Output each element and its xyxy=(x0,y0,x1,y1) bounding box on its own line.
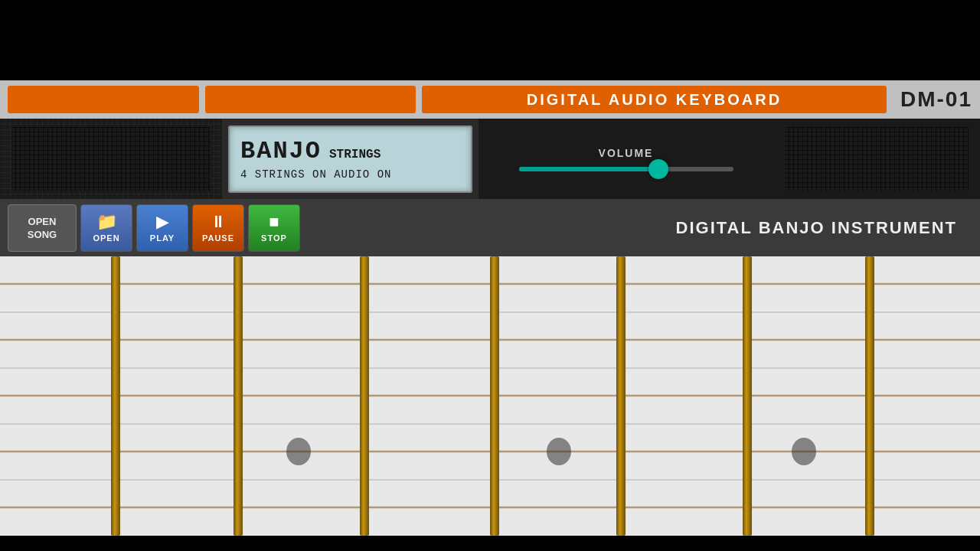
stop-button[interactable]: ■ STOP xyxy=(248,204,300,252)
play-icon: ▶ xyxy=(156,214,169,230)
volume-section: VOLUME xyxy=(479,119,773,199)
stop-label: STOP xyxy=(261,233,287,243)
volume-slider-fill xyxy=(519,167,658,171)
open-song-button[interactable]: OPEN SONG xyxy=(8,204,77,252)
open-button[interactable]: 📁 OPEN xyxy=(80,204,132,252)
open-song-label-line2: SONG xyxy=(28,229,57,240)
svg-rect-9 xyxy=(111,256,120,536)
header-title: DIGITAL AUDIO KEYBOARD xyxy=(527,91,782,109)
lcd-line1: BANJO STRINGS xyxy=(240,137,460,165)
speaker-grille-left xyxy=(11,126,211,191)
play-button[interactable]: ▶ PLAY xyxy=(136,204,188,252)
pause-label: PAUSE xyxy=(202,233,234,243)
volume-label: VOLUME xyxy=(599,147,654,159)
top-black-bar xyxy=(0,0,980,80)
controls-bar: OPEN SONG 📁 OPEN ▶ PLAY ⏸ PAUSE ■ STOP D… xyxy=(0,199,980,256)
fretboard-wrapper xyxy=(0,256,980,536)
svg-rect-13 xyxy=(616,256,626,536)
speaker-grille-right xyxy=(785,126,969,191)
instrument-title: DIGITAL BANJO INSTRUMENT xyxy=(304,218,972,238)
volume-slider-thumb[interactable] xyxy=(648,159,668,179)
play-label: PLAY xyxy=(150,233,175,243)
svg-rect-12 xyxy=(490,256,499,536)
lcd-display: BANJO STRINGS 4 STRINGS ON AUDIO ON xyxy=(228,126,472,193)
speaker-left xyxy=(0,119,222,199)
svg-rect-11 xyxy=(360,256,369,536)
lcd-instrument-name: BANJO xyxy=(240,137,322,165)
header-block-1 xyxy=(8,86,199,113)
fretboard-area xyxy=(0,256,980,536)
volume-slider-track[interactable] xyxy=(519,167,733,171)
stop-icon: ■ xyxy=(269,214,279,230)
speaker-right xyxy=(773,119,980,199)
header-block-2 xyxy=(205,86,416,113)
svg-rect-15 xyxy=(865,256,874,536)
open-icon: 📁 xyxy=(96,214,117,230)
header-title-block: DIGITAL AUDIO KEYBOARD xyxy=(422,86,887,113)
mid-section: BANJO STRINGS 4 STRINGS ON AUDIO ON VOLU… xyxy=(0,119,980,199)
lcd-instrument-type: STRINGS xyxy=(329,148,381,161)
model-label: DM-01 xyxy=(900,87,972,112)
open-label: OPEN xyxy=(93,233,119,243)
svg-point-17 xyxy=(547,438,571,465)
fretboard-svg xyxy=(0,256,980,536)
lcd-line2: 4 STRINGS ON AUDIO ON xyxy=(240,168,460,181)
svg-point-18 xyxy=(792,438,816,465)
svg-rect-14 xyxy=(743,256,752,536)
open-song-label-line1: OPEN xyxy=(28,216,57,227)
svg-point-16 xyxy=(286,438,311,465)
lcd-container: BANJO STRINGS 4 STRINGS ON AUDIO ON xyxy=(222,119,479,199)
pause-button[interactable]: ⏸ PAUSE xyxy=(192,204,244,252)
pause-icon: ⏸ xyxy=(210,214,227,230)
header-bar: DIGITAL AUDIO KEYBOARD DM-01 xyxy=(0,80,980,119)
svg-rect-10 xyxy=(234,256,243,536)
